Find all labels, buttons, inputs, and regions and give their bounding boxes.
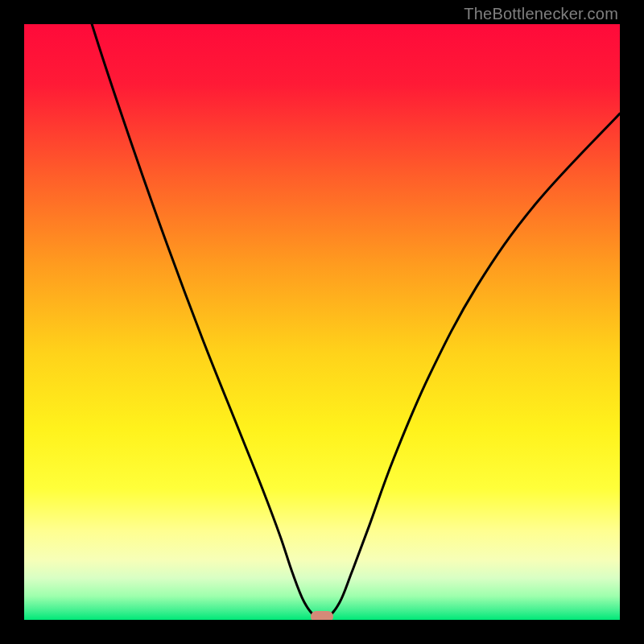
bottleneck-curve <box>24 24 620 620</box>
chart-frame: TheBottlenecker.com <box>0 0 644 644</box>
watermark-text: TheBottlenecker.com <box>464 5 618 23</box>
min-marker <box>311 611 333 620</box>
plot-area <box>24 24 620 620</box>
